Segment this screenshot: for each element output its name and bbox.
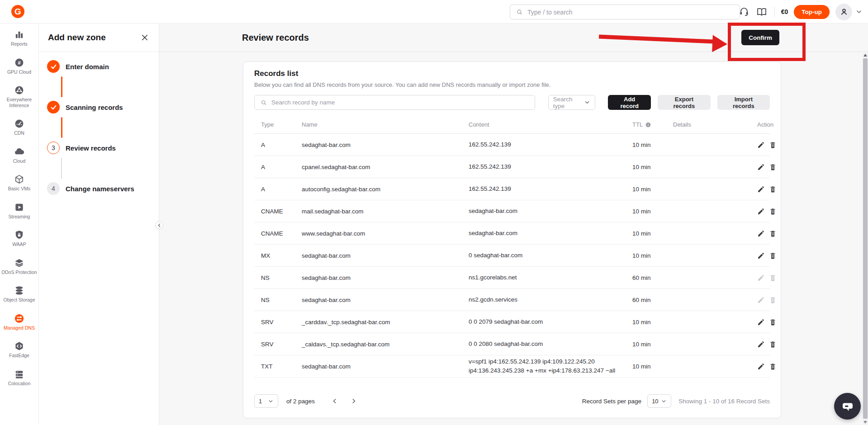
- sidebar-item-ddos-protection[interactable]: DDoS Protection: [0, 258, 38, 275]
- global-search[interactable]: [510, 5, 740, 19]
- import-records-button[interactable]: Import records: [717, 95, 770, 110]
- sidebar-item-managed-dns[interactable]: Managed DNS: [0, 313, 38, 331]
- support-headset-icon[interactable]: [739, 6, 749, 17]
- chat-widget-button[interactable]: [834, 393, 861, 420]
- record-ttl: 10 min: [632, 252, 673, 259]
- edit-pencil-icon[interactable]: [757, 141, 765, 149]
- record-actions: [757, 363, 778, 370]
- record-type: SRV: [261, 341, 302, 348]
- delete-trash-icon[interactable]: [769, 185, 777, 193]
- pages-total-label: of 2 pages: [286, 398, 315, 405]
- info-icon[interactable]: [645, 122, 651, 128]
- delete-trash-icon[interactable]: [769, 208, 777, 215]
- edit-pencil-icon[interactable]: [757, 163, 765, 171]
- sidebar-item-cdn[interactable]: CDN: [0, 118, 38, 136]
- sidebar-item-reports[interactable]: Reports: [0, 29, 38, 47]
- avatar[interactable]: [835, 4, 852, 20]
- wizard-steps: Enter domainScanning records3Review reco…: [39, 52, 159, 195]
- record-row: CNAMEmail.sedaghat-bar.comsedaghat-bar.c…: [254, 200, 770, 222]
- delete-trash-icon[interactable]: [769, 340, 777, 348]
- delete-trash-icon[interactable]: [769, 230, 777, 237]
- record-content: 162.55.242.139: [469, 184, 632, 194]
- export-records-button[interactable]: Export records: [658, 95, 711, 110]
- page-select[interactable]: 1: [254, 394, 278, 408]
- delete-trash-icon[interactable]: [769, 163, 777, 171]
- record-row: MXsedaghat-bar.com0 sedaghat-bar.com10 m…: [254, 245, 770, 267]
- record-actions: [757, 141, 778, 149]
- sidebar-item-object-storage[interactable]: Object Storage: [0, 285, 38, 303]
- sidebar-item-colocation[interactable]: Colocation: [0, 369, 38, 387]
- wizard-step-change-nameservers: 4Change nameservers: [47, 182, 159, 195]
- record-type: A: [261, 142, 302, 148]
- record-search-input[interactable]: [271, 99, 529, 106]
- account-chevron-down-icon[interactable]: [855, 8, 863, 15]
- sidebar-item-label: Basic VMs: [8, 186, 31, 192]
- close-icon[interactable]: [141, 33, 149, 42]
- sidebar-item-everywhere-inference[interactable]: Everywhere Inference: [0, 85, 38, 108]
- global-search-input[interactable]: [527, 9, 734, 16]
- next-page-icon[interactable]: [350, 397, 357, 405]
- topup-button[interactable]: Top-up: [794, 5, 830, 19]
- edit-pencil-icon[interactable]: [757, 363, 765, 370]
- topbar-divider: [774, 7, 775, 17]
- collapse-panel-button[interactable]: [155, 221, 163, 229]
- page-title: Review records: [242, 33, 309, 43]
- sidebar-item-gpu-cloud[interactable]: #GPU Cloud: [0, 57, 38, 75]
- record-ttl: 60 min: [632, 274, 673, 281]
- search-type-select[interactable]: Search type: [548, 95, 596, 110]
- record-name: autoconfig.sedaghat-bar.com: [302, 186, 469, 193]
- delete-trash-icon[interactable]: [769, 363, 777, 370]
- add-record-button[interactable]: Add record: [608, 95, 651, 110]
- search-type-label: Search type: [553, 96, 584, 109]
- record-ttl: 10 min: [632, 319, 673, 326]
- sidebar-item-fastedge[interactable]: FastEdge: [0, 341, 38, 359]
- delete-trash-icon[interactable]: [769, 252, 777, 260]
- edit-pencil-icon[interactable]: [757, 208, 765, 215]
- step-label: Change nameservers: [66, 185, 134, 193]
- per-page-value: 10: [652, 398, 658, 405]
- record-content: sedaghat-bar.com: [469, 207, 632, 216]
- step-number: 4: [47, 182, 60, 195]
- cloud-icon: [14, 146, 24, 157]
- record-actions: [757, 208, 778, 215]
- server-rack-icon: [14, 369, 24, 379]
- record-type: MX: [261, 252, 302, 259]
- topbar: G €0 Top-up: [0, 0, 868, 24]
- sidebar-item-label: Colocation: [8, 381, 31, 387]
- main-area: Review records Confirm Records list Belo…: [159, 24, 868, 425]
- record-content: 0 0 2079 sedaghat-bar.com: [469, 317, 632, 326]
- vertical-scrollbar[interactable]: [863, 52, 868, 425]
- delete-trash-icon[interactable]: [769, 141, 777, 149]
- layers-icon: [14, 258, 24, 268]
- page-number: 1: [259, 398, 262, 405]
- sidebar-item-streaming[interactable]: Streaming: [0, 202, 38, 220]
- record-content: 162.55.242.139: [469, 162, 632, 171]
- col-details: Details: [673, 121, 757, 128]
- confirm-button[interactable]: Confirm: [741, 30, 779, 45]
- record-search[interactable]: [254, 95, 535, 110]
- scroll-down-arrow-icon[interactable]: [863, 421, 867, 424]
- sidebar-item-basic-vms[interactable]: Basic VMs: [0, 174, 38, 192]
- edit-pencil-icon[interactable]: [757, 318, 765, 326]
- docs-book-icon[interactable]: [756, 6, 767, 17]
- edit-pencil-icon[interactable]: [757, 185, 765, 193]
- edit-pencil-icon[interactable]: [757, 274, 765, 282]
- edit-pencil-icon[interactable]: [757, 252, 765, 260]
- delete-trash-icon[interactable]: [769, 274, 777, 282]
- scroll-up-arrow-icon[interactable]: [863, 54, 867, 57]
- edit-pencil-icon[interactable]: [757, 296, 765, 304]
- gcore-logo-icon[interactable]: G: [11, 5, 24, 18]
- edit-pencil-icon[interactable]: [757, 230, 765, 237]
- edit-pencil-icon[interactable]: [757, 340, 765, 348]
- sidebar-item-cloud[interactable]: Cloud: [0, 146, 38, 164]
- scrollbar-thumb[interactable]: [863, 58, 868, 419]
- delete-trash-icon[interactable]: [769, 318, 777, 326]
- delete-trash-icon[interactable]: [769, 296, 777, 304]
- record-row: Asedaghat-bar.com162.55.242.13910 min: [254, 134, 770, 156]
- record-content: ns1.gcorelabs.net: [469, 273, 632, 282]
- prev-page-icon[interactable]: [331, 397, 338, 405]
- sidebar-item-waap[interactable]: WAAP: [0, 230, 38, 247]
- table-header: Type Name Content TTL Details Action: [254, 121, 770, 134]
- record-ttl: 10 min: [632, 186, 673, 193]
- per-page-select[interactable]: 10: [647, 394, 671, 408]
